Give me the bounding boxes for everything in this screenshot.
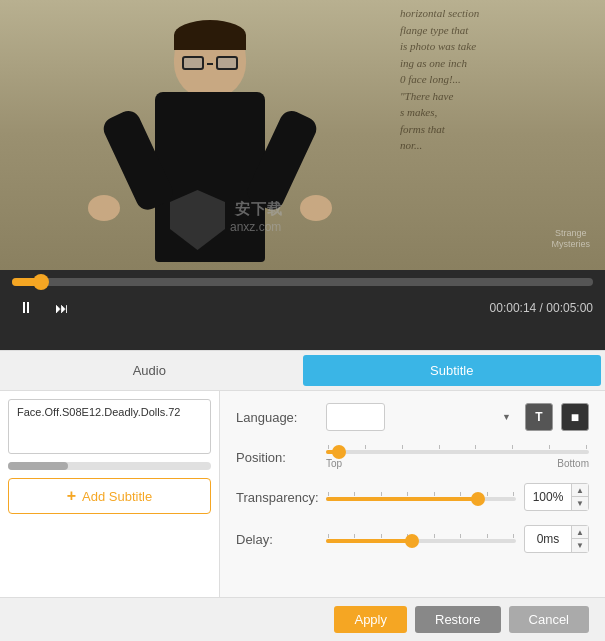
current-time: 00:00:14 bbox=[490, 301, 537, 315]
transparency-slider-fill bbox=[326, 497, 478, 501]
language-control: English Chinese T ■ bbox=[326, 403, 589, 431]
position-slider-labels: Top Bottom bbox=[326, 458, 589, 469]
video-bg-text: horizontal sectionflange type thatis pho… bbox=[400, 5, 600, 154]
transparency-slider-container bbox=[326, 492, 516, 503]
pause-button[interactable]: ⏸ bbox=[12, 294, 40, 322]
transparency-tick-marks bbox=[326, 492, 516, 496]
position-row: Position: bbox=[236, 445, 589, 469]
bg-format-button[interactable]: ■ bbox=[561, 403, 589, 431]
delay-tick-marks bbox=[326, 534, 516, 538]
progress-thumb bbox=[33, 274, 49, 290]
delay-spin-down[interactable]: ▼ bbox=[572, 539, 588, 552]
audio-tab-label: Audio bbox=[133, 363, 166, 378]
transparency-control: 100% ▲ ▼ bbox=[326, 483, 589, 511]
controls-bottom: ⏸ ⏭ 00:00:14 / 00:05:00 bbox=[12, 294, 593, 322]
delay-spin-up[interactable]: ▲ bbox=[572, 526, 588, 539]
position-top-label: Top bbox=[326, 458, 342, 469]
position-tick-marks bbox=[326, 445, 589, 449]
next-icon: ⏭ bbox=[55, 300, 69, 316]
video-watermark: Strange Mysteries bbox=[551, 228, 590, 250]
language-row: Language: English Chinese T ■ bbox=[236, 403, 589, 431]
cancel-button[interactable]: Cancel bbox=[509, 606, 589, 633]
position-label: Position: bbox=[236, 450, 326, 465]
delay-control: 0ms ▲ ▼ bbox=[326, 525, 589, 553]
video-frame: horizontal sectionflange type thatis pho… bbox=[0, 0, 605, 270]
transparency-slider-track[interactable] bbox=[326, 497, 516, 501]
transparency-spinners: ▲ ▼ bbox=[571, 484, 588, 510]
position-bottom-label: Bottom bbox=[557, 458, 589, 469]
text-format-button[interactable]: T bbox=[525, 403, 553, 431]
subtitle-scrollbar[interactable] bbox=[8, 462, 211, 470]
apply-button[interactable]: Apply bbox=[334, 606, 407, 633]
add-subtitle-button[interactable]: + Add Subtitle bbox=[8, 478, 211, 514]
subtitle-item-text: Face.Off.S08E12.Deadly.Dolls.72 bbox=[17, 406, 180, 418]
language-select-wrapper: English Chinese bbox=[326, 403, 517, 431]
time-display: 00:00:14 / 00:05:00 bbox=[490, 301, 593, 315]
delay-label: Delay: bbox=[236, 532, 326, 547]
subtitle-item[interactable]: Face.Off.S08E12.Deadly.Dolls.72 bbox=[8, 399, 211, 454]
text-format-icon: T bbox=[535, 410, 542, 424]
tab-subtitle[interactable]: Subtitle bbox=[303, 355, 602, 386]
progress-bar[interactable] bbox=[12, 278, 593, 286]
position-slider-track[interactable] bbox=[326, 450, 589, 454]
delay-row: Delay: bbox=[236, 525, 589, 553]
language-label: Language: bbox=[236, 410, 326, 425]
transparency-slider-thumb[interactable] bbox=[471, 492, 485, 506]
watermark-text: 安下载 bbox=[235, 200, 283, 219]
delay-spinners: ▲ ▼ bbox=[571, 526, 588, 552]
delay-value: 0ms bbox=[525, 525, 571, 553]
delay-slider-thumb[interactable] bbox=[405, 534, 419, 548]
delay-slider-track[interactable] bbox=[326, 539, 516, 543]
tabs-bar: Audio Subtitle bbox=[0, 351, 605, 391]
bg-format-icon: ■ bbox=[571, 409, 579, 425]
position-slider-container: Top Bottom bbox=[326, 445, 589, 469]
transparency-value: 100% bbox=[525, 483, 571, 511]
delay-value-wrapper: 0ms ▲ ▼ bbox=[524, 525, 589, 553]
restore-button[interactable]: Restore bbox=[415, 606, 501, 633]
next-button[interactable]: ⏭ bbox=[48, 294, 76, 322]
position-control: Top Bottom bbox=[326, 445, 589, 469]
pause-icon: ⏸ bbox=[18, 299, 34, 317]
language-select[interactable]: English Chinese bbox=[326, 403, 385, 431]
total-time: 00:05:00 bbox=[546, 301, 593, 315]
controls-left: ⏸ ⏭ bbox=[12, 294, 76, 322]
video-player: horizontal sectionflange type thatis pho… bbox=[0, 0, 605, 270]
add-subtitle-label: Add Subtitle bbox=[82, 489, 152, 504]
plus-icon: + bbox=[67, 487, 76, 505]
transparency-label: Transparency: bbox=[236, 490, 326, 505]
transparency-row: Transparency: bbox=[236, 483, 589, 511]
transparency-spin-up[interactable]: ▲ bbox=[572, 484, 588, 497]
delay-slider-fill bbox=[326, 539, 412, 543]
delay-slider-container bbox=[326, 534, 516, 545]
transparency-spin-down[interactable]: ▼ bbox=[572, 497, 588, 510]
transparency-value-wrapper: 100% ▲ ▼ bbox=[524, 483, 589, 511]
bottom-buttons: Apply Restore Cancel bbox=[0, 597, 605, 641]
watermark-site: anxz.com bbox=[230, 220, 281, 234]
controls-bar: ⏸ ⏭ 00:00:14 / 00:05:00 bbox=[0, 270, 605, 350]
tab-audio[interactable]: Audio bbox=[0, 351, 299, 390]
subtitle-scrollbar-thumb bbox=[8, 462, 68, 470]
watermark-overlay bbox=[170, 190, 225, 252]
position-slider-thumb[interactable] bbox=[332, 445, 346, 459]
subtitle-tab-label: Subtitle bbox=[430, 363, 473, 378]
